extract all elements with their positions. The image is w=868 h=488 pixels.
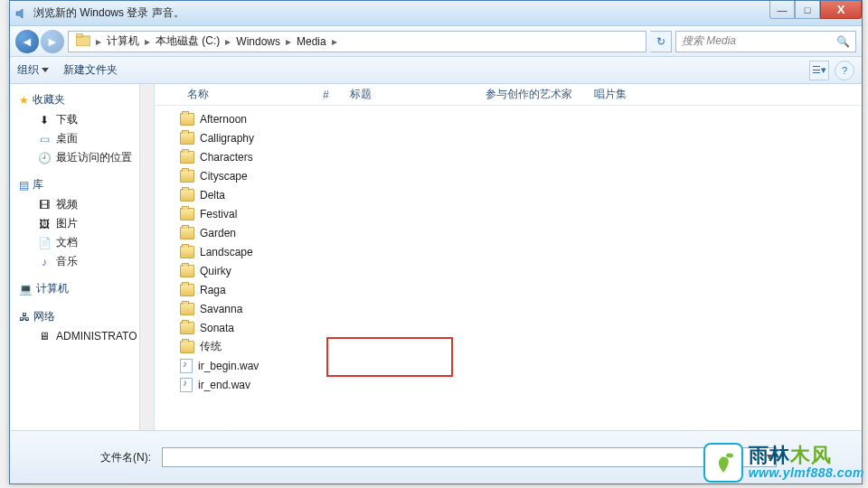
sidebar-item-music[interactable]: ♪音乐 [19, 252, 154, 271]
video-icon: 🎞 [37, 198, 52, 212]
sidebar-item-downloads[interactable]: ⬇下载 [19, 110, 154, 129]
sidebar-item-network-pc[interactable]: 🖥ADMINISTRATO [19, 327, 154, 345]
folder-row[interactable]: Characters [180, 147, 862, 166]
sidebar-item-videos[interactable]: 🎞视频 [19, 195, 154, 214]
folder-row[interactable]: Garden [180, 223, 862, 242]
breadcrumb-segment[interactable]: 本地磁盘 (C:) [152, 33, 223, 49]
sidebar-item-desktop[interactable]: ▭桌面 [19, 129, 154, 148]
file-list[interactable]: AfternoonCalligraphyCharactersCityscapeD… [155, 106, 862, 394]
folder-row[interactable]: Festival [180, 204, 862, 223]
svg-point-2 [726, 454, 733, 458]
sidebar-scrollbar[interactable] [139, 84, 154, 430]
file-list-pane: 名称 # 标题 参与创作的艺术家 唱片集 AfternoonCalligraph… [155, 84, 862, 430]
folder-name: Garden [200, 227, 236, 239]
folder-row[interactable]: Cityscape [180, 166, 862, 185]
back-button[interactable]: ◄ [15, 30, 39, 53]
col-title[interactable]: 标题 [343, 87, 478, 102]
sidebar-item-recent[interactable]: 🕘最近访问的位置 [19, 148, 154, 167]
col-number[interactable]: # [316, 89, 343, 101]
breadcrumb-segment[interactable]: Media [293, 35, 330, 48]
folder-icon [180, 322, 194, 334]
organize-menu[interactable]: 组织 [17, 62, 49, 78]
help-button[interactable]: ? [835, 61, 854, 80]
titlebar[interactable]: 浏览新的 Windows 登录 声音。 — □ X [10, 1, 862, 26]
folder-icon [180, 113, 194, 126]
filename-label: 文件名(N): [100, 450, 151, 465]
sidebar-item-documents[interactable]: 📄文档 [19, 233, 154, 252]
folder-icon [180, 208, 194, 221]
folder-icon [180, 284, 194, 296]
breadcrumb[interactable]: ▸ 计算机 ▸ 本地磁盘 (C:) ▸ Windows ▸ Media ▸ [68, 31, 646, 52]
watermark: 雨林木风 www.ylmf888.com [703, 443, 864, 483]
refresh-button[interactable]: ↻ [650, 31, 672, 52]
search-input[interactable]: 搜索 Media 🔍 [675, 31, 856, 52]
chevron-right-icon: ▸ [223, 35, 232, 48]
folder-row[interactable]: Landscape [180, 242, 862, 261]
audio-file-icon [180, 378, 193, 392]
file-name: ir_begin.wav [198, 360, 259, 372]
folder-name: Cityscape [200, 170, 248, 183]
sidebar-item-pictures[interactable]: 🖼图片 [19, 214, 154, 233]
folder-icon [180, 246, 194, 258]
folder-row[interactable]: Calligraphy [180, 128, 862, 147]
sidebar-libraries[interactable]: ▤ 库 [19, 174, 154, 195]
folder-name: Quirky [200, 265, 231, 277]
folder-row[interactable]: Delta [180, 185, 862, 204]
folder-name: Afternoon [200, 113, 247, 126]
watermark-url: www.ylmf888.com [749, 466, 864, 480]
picture-icon: 🖼 [37, 217, 52, 231]
svg-rect-1 [76, 33, 82, 37]
filename-input[interactable] [162, 447, 777, 467]
forward-button[interactable]: ► [41, 30, 64, 53]
sidebar-computer[interactable]: 💻 计算机 [19, 278, 154, 299]
navigation-bar: ◄ ► ▸ 计算机 ▸ 本地磁盘 (C:) ▸ Windows ▸ Media … [10, 26, 862, 57]
sidebar-favorites[interactable]: ★ 收藏夹 [19, 89, 154, 110]
svg-rect-0 [76, 36, 90, 46]
folder-row[interactable]: Afternoon [180, 109, 862, 128]
folder-row[interactable]: Raga [180, 280, 862, 299]
network-icon: 🖧 [19, 311, 30, 324]
column-headers: 名称 # 标题 参与创作的艺术家 唱片集 [155, 84, 862, 106]
folder-name: Calligraphy [200, 132, 254, 145]
music-icon: ♪ [37, 255, 52, 269]
folder-name: Festival [200, 208, 237, 221]
view-options-button[interactable]: ☰▾ [809, 61, 829, 80]
minimize-button[interactable]: — [769, 1, 795, 19]
close-button[interactable]: X [820, 1, 862, 19]
folder-row[interactable]: Sonata [180, 318, 862, 337]
audio-file-icon [180, 359, 193, 373]
chevron-down-icon [42, 68, 49, 72]
folder-icon [180, 170, 194, 183]
folder-name: Sonata [200, 322, 234, 334]
recent-icon: 🕘 [37, 151, 52, 165]
window-title: 浏览新的 Windows 登录 声音。 [33, 5, 184, 21]
folder-row[interactable]: 传统 [180, 337, 862, 356]
sound-icon [14, 6, 28, 21]
col-album[interactable]: 唱片集 [587, 87, 659, 102]
library-icon: ▤ [19, 179, 29, 192]
file-row[interactable]: ir_begin.wav [180, 356, 862, 375]
maximize-button[interactable]: □ [795, 1, 820, 19]
folder-name: Landscape [200, 246, 253, 258]
star-icon: ★ [19, 94, 29, 107]
desktop-icon: ▭ [37, 132, 52, 146]
col-name[interactable]: 名称 [180, 87, 316, 102]
file-row[interactable]: ir_end.wav [180, 375, 862, 394]
breadcrumb-segment[interactable]: Windows [232, 35, 284, 48]
new-folder-button[interactable]: 新建文件夹 [63, 62, 118, 78]
chevron-right-icon: ▸ [330, 35, 339, 48]
sidebar: ★ 收藏夹 ⬇下载 ▭桌面 🕘最近访问的位置 ▤ 库 🎞视频 🖼图片 📄文档 ♪… [10, 84, 155, 430]
folder-icon [180, 151, 194, 164]
chevron-right-icon: ▸ [143, 35, 152, 48]
search-icon: 🔍 [836, 35, 850, 48]
folder-row[interactable]: Quirky [180, 261, 862, 280]
folder-icon [180, 265, 194, 277]
sidebar-network[interactable]: 🖧 网络 [19, 306, 154, 327]
chevron-right-icon: ▸ [284, 35, 293, 48]
folder-row[interactable]: Savanna [180, 299, 862, 318]
col-artist[interactable]: 参与创作的艺术家 [478, 87, 587, 102]
download-icon: ⬇ [37, 113, 52, 127]
folder-name: Delta [200, 189, 225, 202]
document-icon: 📄 [37, 236, 52, 250]
breadcrumb-segment[interactable]: 计算机 [103, 33, 143, 49]
